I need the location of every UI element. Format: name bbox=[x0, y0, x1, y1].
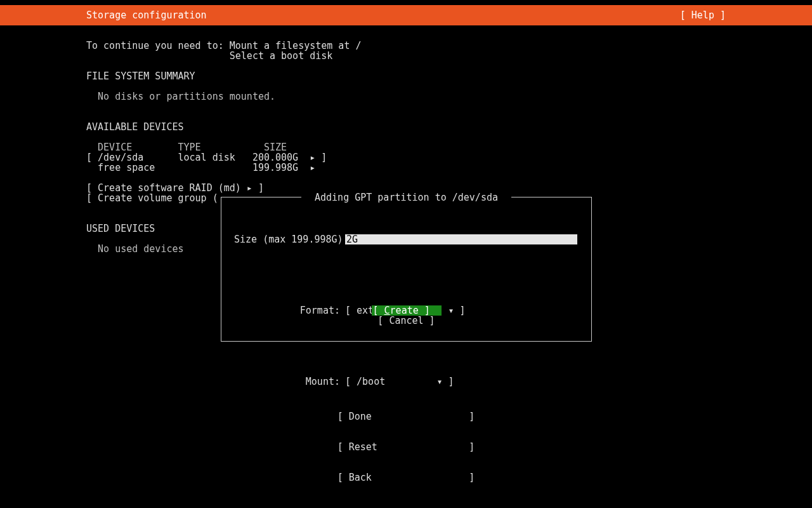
footer-buttons: [ Done ] [ Reset ] [ Back ] bbox=[0, 391, 812, 493]
header-bar: Storage configuration [ Help ] bbox=[0, 5, 812, 25]
reset-button[interactable]: [ Reset ] bbox=[337, 441, 475, 453]
size-input[interactable] bbox=[345, 234, 577, 244]
page-title: Storage configuration bbox=[86, 10, 207, 20]
create-lvm-button[interactable]: [ Create volume group ( bbox=[86, 192, 218, 204]
instruction-line-2: Select a boot disk bbox=[86, 50, 332, 62]
device-row-free-space[interactable]: free space 199.998G ▸ bbox=[86, 162, 315, 173]
fs-summary-empty: No disks or partitions mounted. bbox=[86, 91, 275, 102]
dialog-title: Adding GPT partition to /dev/sda bbox=[221, 192, 591, 203]
mount-select[interactable]: [ /boot ▾ ] bbox=[345, 377, 454, 387]
dropdown-icon: ▾ bbox=[437, 376, 443, 387]
cancel-button[interactable]: [ Cancel ] bbox=[377, 315, 435, 326]
size-label: Size (max 199.998G): bbox=[234, 234, 345, 244]
add-partition-dialog: Adding GPT partition to /dev/sda Size (m… bbox=[221, 197, 592, 342]
help-button[interactable]: [ Help ] bbox=[680, 10, 726, 20]
available-heading: AVAILABLE DEVICES bbox=[86, 121, 184, 133]
used-empty: No used devices bbox=[86, 243, 184, 255]
create-button[interactable]: [ Create ] bbox=[372, 305, 442, 316]
back-button[interactable]: [ Back ] bbox=[337, 472, 475, 483]
used-heading: USED DEVICES bbox=[86, 223, 155, 234]
done-button[interactable]: [ Done ] bbox=[337, 411, 475, 422]
fs-summary-heading: FILE SYSTEM SUMMARY bbox=[86, 70, 195, 82]
mount-label: Mount: bbox=[234, 377, 345, 387]
